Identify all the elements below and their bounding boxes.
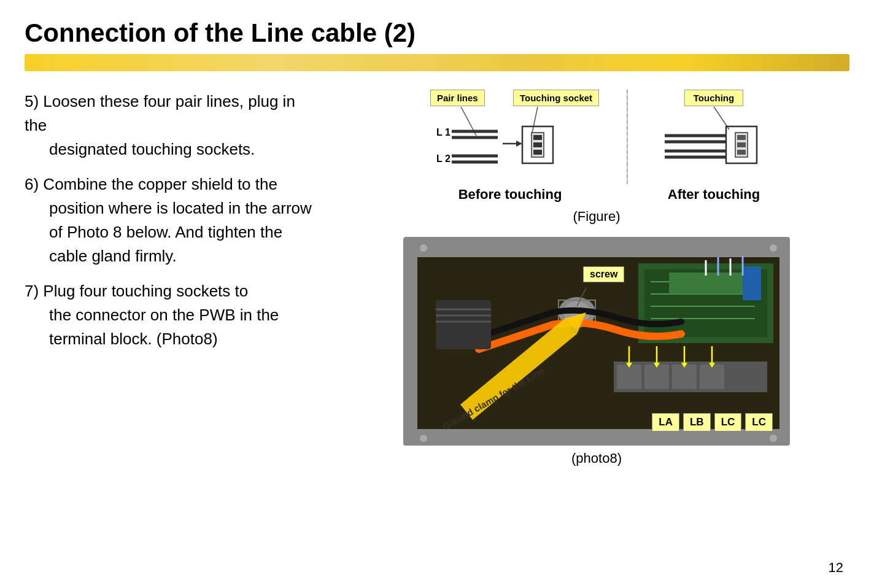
svg-rect-24 bbox=[737, 150, 746, 155]
touching-socket-callout: Touching socket bbox=[513, 90, 599, 106]
page-number: 12 bbox=[829, 560, 843, 576]
step7-line2: the connector on the PWB in the bbox=[25, 306, 279, 324]
svg-rect-54 bbox=[700, 365, 724, 389]
diagram-svg-after bbox=[652, 90, 775, 182]
label-la: LA bbox=[652, 413, 679, 431]
screw-callout: screw bbox=[583, 266, 624, 282]
svg-rect-29 bbox=[779, 239, 790, 446]
label-lc1: LC bbox=[714, 413, 742, 431]
after-touching-section: Touching bbox=[652, 90, 775, 203]
step7-line1: Plug four touching sockets to bbox=[43, 282, 248, 300]
step6-line3: of Photo 8 below. And tighten the bbox=[25, 223, 282, 241]
step6-line2: position where is located in the arrow bbox=[25, 199, 312, 217]
step5-number: 5) bbox=[25, 92, 39, 110]
label-lb: LB bbox=[683, 413, 711, 431]
svg-rect-12 bbox=[533, 135, 542, 140]
instructions-panel: 5) Loosen these four pair lines, plug in… bbox=[25, 90, 319, 466]
step5-line2: designated touching sockets. bbox=[25, 140, 255, 158]
svg-rect-13 bbox=[533, 142, 542, 147]
step6-line1: Combine the copper shield to the bbox=[43, 175, 277, 193]
svg-text:L 2: L 2 bbox=[436, 153, 451, 164]
before-touching-section: Pair lines L 1 L 2 bbox=[418, 90, 602, 203]
svg-point-67 bbox=[770, 244, 777, 252]
yellow-bar bbox=[25, 54, 849, 71]
svg-point-66 bbox=[420, 244, 427, 252]
step6-line4: cable gland firmly. bbox=[25, 247, 177, 265]
before-label: Before touching bbox=[458, 187, 562, 203]
svg-rect-38 bbox=[743, 266, 761, 300]
figure-divider bbox=[627, 90, 628, 184]
step7-line3: terminal block. (Photo8) bbox=[25, 330, 218, 348]
photo-section: screw Ground clamp for the Line LA LB LC… bbox=[344, 237, 849, 466]
svg-rect-26 bbox=[405, 239, 790, 257]
svg-rect-52 bbox=[644, 365, 669, 389]
svg-rect-23 bbox=[737, 142, 746, 147]
label-lc2: LC bbox=[745, 413, 773, 431]
svg-rect-53 bbox=[672, 365, 697, 389]
photo-caption: (photo8) bbox=[571, 451, 622, 466]
svg-text:L 1: L 1 bbox=[436, 127, 451, 137]
figure-caption: (Figure) bbox=[573, 209, 620, 225]
svg-rect-51 bbox=[617, 365, 641, 389]
svg-marker-9 bbox=[516, 141, 522, 147]
step7-number: 7) bbox=[25, 282, 39, 300]
svg-rect-14 bbox=[533, 150, 542, 155]
step6-number: 6) bbox=[25, 175, 39, 193]
step5-line1: Loosen these four pair lines, plug in th… bbox=[25, 92, 295, 134]
page-title: Connection of the Line cable (2) bbox=[25, 18, 849, 48]
bottom-labels: LA LB LC LC bbox=[652, 413, 773, 431]
svg-line-1 bbox=[532, 107, 538, 136]
svg-point-68 bbox=[420, 435, 427, 442]
svg-rect-22 bbox=[737, 135, 746, 140]
svg-point-69 bbox=[770, 435, 777, 442]
svg-rect-28 bbox=[405, 239, 417, 446]
svg-rect-46 bbox=[436, 300, 491, 349]
svg-rect-27 bbox=[405, 429, 790, 446]
svg-rect-37 bbox=[669, 273, 755, 294]
after-label: After touching bbox=[668, 187, 760, 203]
right-diagram: Pair lines L 1 L 2 bbox=[344, 90, 849, 466]
